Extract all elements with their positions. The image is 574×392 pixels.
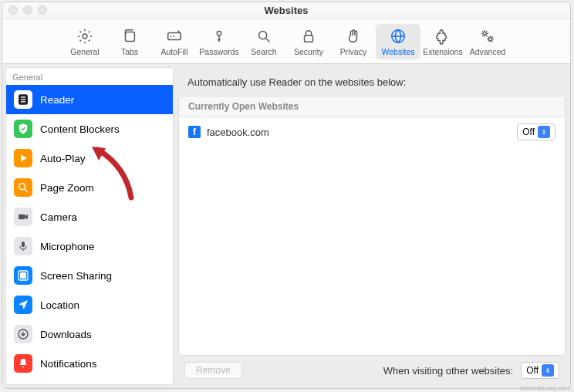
sidebar-item-label: Camera: [40, 211, 77, 223]
svg-point-4: [259, 31, 267, 39]
sidebar-item-downloads[interactable]: Downloads: [6, 319, 173, 349]
sidebar-item-label: Location: [40, 299, 79, 311]
sidebar-item-label: Notifications: [40, 358, 97, 370]
zoom-icon[interactable]: [38, 5, 47, 15]
main-panel: Automatically use Reader on the websites…: [177, 67, 567, 385]
svg-rect-15: [22, 242, 25, 247]
sidebar-heading: General: [6, 68, 173, 85]
search-icon: [255, 27, 272, 46]
sidebar-item-camera[interactable]: Camera: [6, 202, 173, 231]
svg-point-13: [19, 184, 25, 190]
key-icon: [211, 27, 228, 46]
play-icon: [14, 149, 32, 167]
sidebar-item-screen-sharing[interactable]: Screen Sharing: [6, 261, 173, 290]
globe-icon: [390, 27, 407, 46]
tab-security[interactable]: Security: [286, 24, 331, 59]
download-icon: [14, 325, 32, 343]
svg-rect-1: [126, 32, 135, 41]
content-area: General Reader Content Blockers Auto-Pla…: [2, 64, 570, 388]
gear-icon: [76, 27, 93, 46]
site-setting-select[interactable]: Off: [517, 123, 555, 140]
location-icon: [14, 296, 32, 314]
minimize-icon[interactable]: [23, 5, 32, 15]
hand-icon: [345, 27, 362, 46]
default-setting-select[interactable]: Off: [521, 362, 559, 379]
tab-websites[interactable]: Websites: [376, 24, 420, 59]
svg-rect-5: [305, 35, 313, 42]
tab-search[interactable]: Search: [241, 24, 286, 59]
sidebar-item-page-zoom[interactable]: Page Zoom: [6, 173, 173, 202]
sidebar-item-location[interactable]: Location: [6, 290, 173, 319]
svg-rect-17: [21, 273, 26, 279]
default-setting-value: Off: [526, 365, 539, 376]
tab-privacy[interactable]: Privacy: [331, 24, 376, 59]
screen-icon: [14, 266, 32, 285]
tab-extensions[interactable]: Extensions: [420, 24, 465, 59]
sidebar-item-label: Microphone: [40, 241, 95, 252]
bell-icon: [14, 354, 32, 373]
shield-icon: [14, 120, 32, 138]
chevron-updown-icon: [542, 364, 554, 377]
tab-general[interactable]: General: [62, 24, 107, 59]
websites-panel: Currently Open Websites f facebook.com O…: [178, 96, 566, 356]
tab-autofill[interactable]: AutoFill: [152, 24, 197, 59]
sidebar-item-label: Screen Sharing: [40, 270, 112, 282]
gears-icon: [479, 27, 496, 46]
sidebar-item-notifications[interactable]: Notifications: [6, 349, 173, 378]
titlebar: Websites: [2, 2, 570, 19]
sidebar-item-label: Reader: [40, 94, 74, 106]
tab-advanced[interactable]: Advanced: [465, 24, 510, 59]
svg-point-8: [489, 37, 492, 40]
close-icon[interactable]: [8, 5, 18, 15]
svg-rect-11: [21, 99, 25, 100]
sidebar-item-label: Auto-Play: [40, 153, 86, 164]
autofill-icon: [166, 27, 183, 46]
sidebar-item-auto-play[interactable]: Auto-Play: [6, 144, 173, 173]
main-heading: Automatically use Reader on the websites…: [177, 67, 567, 96]
toolbar: General Tabs AutoFill Passwords Search S…: [2, 19, 570, 64]
remove-button[interactable]: Remove: [184, 362, 242, 379]
microphone-icon: [14, 237, 32, 255]
panel-section-label: Currently Open Websites: [179, 96, 565, 117]
camera-icon: [14, 208, 32, 226]
puzzle-icon: [434, 27, 451, 46]
sidebar-item-reader[interactable]: Reader: [6, 85, 173, 114]
svg-rect-14: [19, 215, 25, 220]
watermark: www.deuaq.com: [520, 384, 571, 392]
tabs-icon: [121, 27, 138, 46]
sidebar-item-label: Page Zoom: [40, 182, 94, 194]
site-name: facebook.com: [207, 127, 511, 138]
tab-tabs[interactable]: Tabs: [107, 24, 152, 59]
site-row[interactable]: f facebook.com Off: [179, 117, 565, 147]
traffic-lights: [8, 5, 47, 15]
sidebar-item-label: Downloads: [40, 329, 92, 340]
svg-rect-10: [21, 96, 25, 97]
sidebar-item-label: Content Blockers: [40, 123, 120, 135]
footer: Remove When visiting other websites: Off: [177, 356, 567, 385]
sidebar-item-content-blockers[interactable]: Content Blockers: [6, 114, 173, 144]
footer-label: When visiting other websites:: [383, 365, 513, 377]
window-title: Websites: [265, 5, 309, 16]
facebook-icon: f: [188, 126, 201, 138]
zoom-icon: [14, 178, 32, 197]
sidebar-item-microphone[interactable]: Microphone: [6, 231, 173, 261]
sidebar: General Reader Content Blockers Auto-Pla…: [5, 67, 174, 385]
svg-rect-12: [21, 101, 25, 102]
svg-point-7: [483, 32, 486, 35]
tab-passwords[interactable]: Passwords: [197, 24, 241, 59]
svg-point-3: [217, 31, 221, 35]
site-setting-value: Off: [522, 127, 535, 137]
reader-icon: [14, 90, 32, 109]
preferences-window: Websites General Tabs AutoFill Passwords…: [2, 2, 571, 389]
svg-point-0: [83, 34, 87, 39]
lock-icon: [300, 27, 317, 46]
chevron-updown-icon: [538, 126, 550, 138]
